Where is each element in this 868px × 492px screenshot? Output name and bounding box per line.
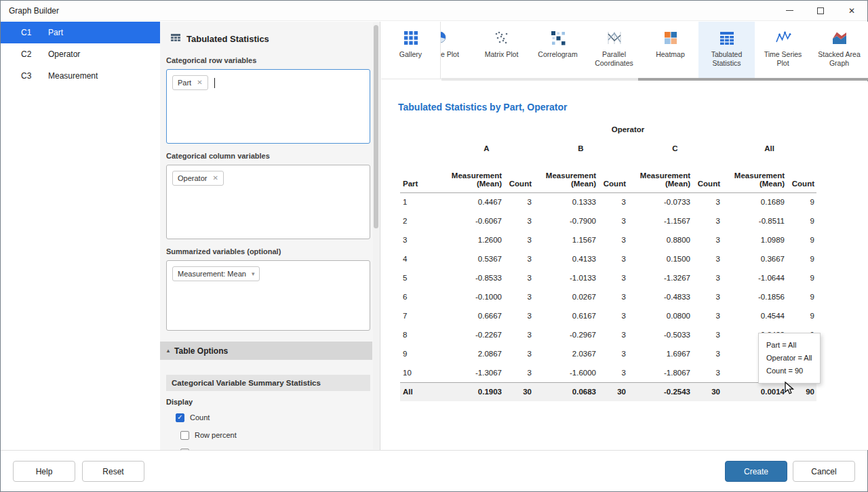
table-row: 5-0.85333-1.01333-1.32673-1.06449 <box>400 268 816 287</box>
builder-panel: Tabulated Statistics Categorical row var… <box>160 22 380 450</box>
gallery-item-stacked-area-graph[interactable]: Stacked Area Graph <box>811 22 867 79</box>
gallery-item-label: Time Series Plot <box>759 50 808 68</box>
table-row: 40.536730.413330.150030.36679 <box>400 249 816 268</box>
checkbox-icon <box>180 431 189 440</box>
checkbox-row-percent[interactable]: Row percent <box>180 428 370 442</box>
count-header: Count <box>690 159 722 192</box>
count-cell: 9 <box>785 306 816 325</box>
gallery-item-label: e Plot <box>441 50 472 59</box>
gallery-item-matrix-plot[interactable]: Matrix Plot <box>473 22 530 79</box>
operator-level-b: B <box>534 138 628 159</box>
table-row: 92.086732.036731.696731.94009 <box>400 344 816 363</box>
count-cell: 3 <box>502 249 534 268</box>
close-button[interactable]: ✕ <box>836 1 867 20</box>
count-cell: 3 <box>596 306 628 325</box>
minimize-icon <box>786 10 793 11</box>
part-cell: 4 <box>400 249 439 268</box>
part-cell: 7 <box>400 306 439 325</box>
chip-label: Measurement: Mean <box>178 270 246 278</box>
column-item-measurement[interactable]: C3 Measurement <box>1 65 160 87</box>
measurement-mean-cell: -0.1000 <box>439 287 502 306</box>
operator-header-row: Operator <box>400 121 816 138</box>
gallery-item-time-series-plot[interactable]: Time Series Plot <box>755 22 811 79</box>
results-title: Tabulated Statistics by Part, Operator <box>398 102 567 112</box>
operator-group-header: Operator <box>439 121 816 138</box>
measurement-mean-cell: -0.8511 <box>722 211 785 230</box>
help-button[interactable]: Help <box>13 461 75 482</box>
count-cell: 3 <box>502 211 534 230</box>
operator-level-all: All <box>722 138 816 159</box>
scrollbar-thumb[interactable] <box>374 25 378 228</box>
scrollbar-thumb[interactable] <box>638 78 868 81</box>
table-options-header[interactable]: ▴ Table Options <box>160 342 372 360</box>
count-cell: 3 <box>690 192 722 211</box>
count-cell: 9 <box>785 249 816 268</box>
measurement-mean-cell: 1.6967 <box>628 344 690 363</box>
count-header: Count <box>785 159 816 192</box>
maximize-icon <box>817 7 824 14</box>
gallery-item-correlogram[interactable]: Correlogram <box>530 22 586 79</box>
gallery-item-parallel-coordinates[interactable]: Parallel Coordinates <box>586 22 642 79</box>
minimize-button[interactable] <box>774 1 805 20</box>
reset-button[interactable]: Reset <box>82 461 144 482</box>
variable-chip-measurement-mean[interactable]: Measurement: Mean ▾ <box>172 266 260 281</box>
table-row: 8-0.22673-0.29673-0.50333-0.34229 <box>400 325 816 344</box>
summarized-variables-input[interactable]: Measurement: Mean ▾ <box>166 260 370 331</box>
column-item-operator[interactable]: C2 Operator <box>1 43 160 65</box>
gallery-item-label: Tabulated Statistics <box>703 50 751 68</box>
count-cell: 9 <box>785 230 816 249</box>
count-cell: 30 <box>502 382 534 401</box>
cancel-button[interactable]: Cancel <box>793 461 855 482</box>
checkbox-count[interactable]: Count <box>176 411 370 424</box>
count-cell: 3 <box>690 268 722 287</box>
create-button[interactable]: Create <box>725 461 787 482</box>
tabulated-statistics-icon <box>170 33 181 45</box>
chevron-down-icon[interactable]: ▾ <box>252 271 255 277</box>
column-id: C2 <box>1 49 48 59</box>
gallery-item-plot-partial[interactable]: e Plot <box>441 22 473 79</box>
count-cell: 3 <box>596 287 628 306</box>
remove-chip-icon[interactable]: ✕ <box>212 175 218 182</box>
gallery-item-heatmap[interactable]: Heatmap <box>642 22 698 79</box>
measurement-mean-cell: -0.8533 <box>439 268 502 287</box>
text-caret <box>214 78 215 88</box>
table-row: 2-0.60673-0.79003-1.15673-0.85119 <box>400 211 816 230</box>
table-row: 70.666730.616730.080030.45449 <box>400 306 816 325</box>
window-title: Graph Builder <box>1 6 59 16</box>
measurement-mean-cell: -0.5033 <box>628 325 690 344</box>
measurement-mean-cell: 0.1903 <box>439 382 502 401</box>
part-cell: 2 <box>400 211 439 230</box>
table-row: 6-0.100030.02673-0.48333-0.18569 <box>400 287 816 306</box>
summarized-variables-label: Summarized variables (optional) <box>166 247 370 255</box>
column-name: Operator <box>48 49 80 59</box>
column-name: Part <box>48 28 63 37</box>
measurement-mean-cell: 2.0867 <box>439 344 502 363</box>
measurement-mean-cell: -0.2543 <box>628 382 690 401</box>
gallery-item-label: Matrix Plot <box>477 50 526 59</box>
column-item-part[interactable]: C1 Part <box>1 22 160 43</box>
count-cell: 3 <box>502 230 534 249</box>
variable-chip-operator[interactable]: Operator ✕ <box>172 171 224 186</box>
remove-chip-icon[interactable]: ✕ <box>197 79 202 86</box>
mouse-cursor <box>784 382 795 397</box>
gallery-button[interactable]: Gallery <box>381 22 441 79</box>
builder-title: Tabulated Statistics <box>186 34 269 44</box>
tooltip-line: Operator = All <box>766 352 812 365</box>
maximize-button[interactable] <box>805 1 836 20</box>
gallery-item-label: Stacked Area Graph <box>815 50 864 68</box>
count-cell: 3 <box>596 230 628 249</box>
variable-chip-part[interactable]: Part ✕ <box>172 75 208 90</box>
categorical-row-variables-input[interactable]: Part ✕ <box>166 69 370 144</box>
measurement-mean-cell: 0.0267 <box>534 287 596 306</box>
builder-scrollbar[interactable] <box>373 22 379 449</box>
gallery-item-tabulated-statistics[interactable]: Tabulated Statistics <box>698 22 755 79</box>
count-cell: 3 <box>690 344 722 363</box>
gallery-scrollbar[interactable] <box>441 78 868 81</box>
count-cell: 3 <box>690 287 722 306</box>
measurement-mean-cell: -1.3067 <box>439 363 502 382</box>
count-cell: 3 <box>502 268 534 287</box>
measurement-mean-header: Measurement (Mean) <box>439 159 502 192</box>
count-cell: 9 <box>785 287 816 306</box>
categorical-column-variables-input[interactable]: Operator ✕ <box>166 165 370 239</box>
measurement-mean-cell: -0.1856 <box>722 287 785 306</box>
